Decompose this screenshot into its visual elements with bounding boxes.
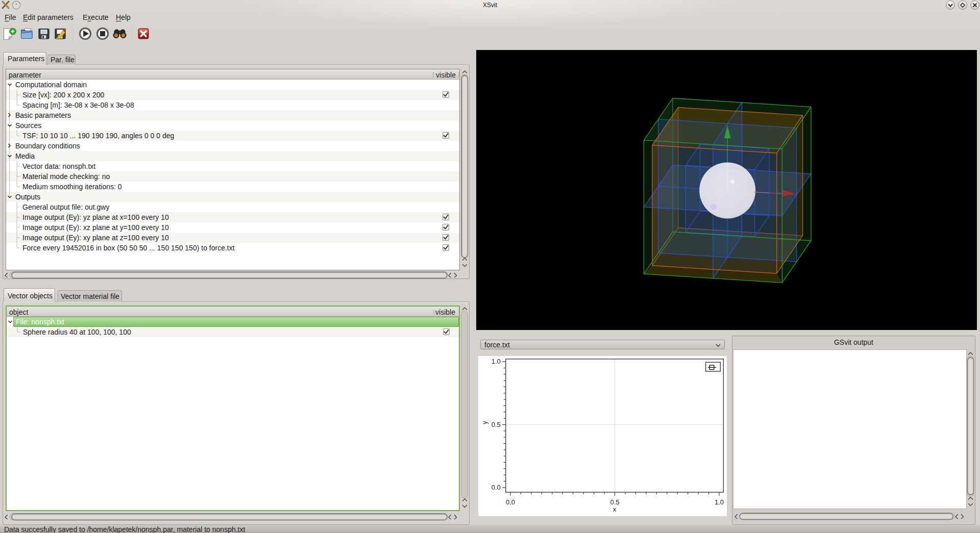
svg-text:0.0: 0.0 <box>506 498 515 506</box>
svg-text:1.0: 1.0 <box>715 498 724 506</box>
svg-text:1.0: 1.0 <box>492 358 501 365</box>
svg-text:0.5: 0.5 <box>492 421 501 428</box>
svg-text:y: y <box>481 421 488 424</box>
svg-text:0.0: 0.0 <box>492 484 501 491</box>
svg-text:x: x <box>613 505 617 513</box>
svg-text:0.5: 0.5 <box>610 498 619 506</box>
